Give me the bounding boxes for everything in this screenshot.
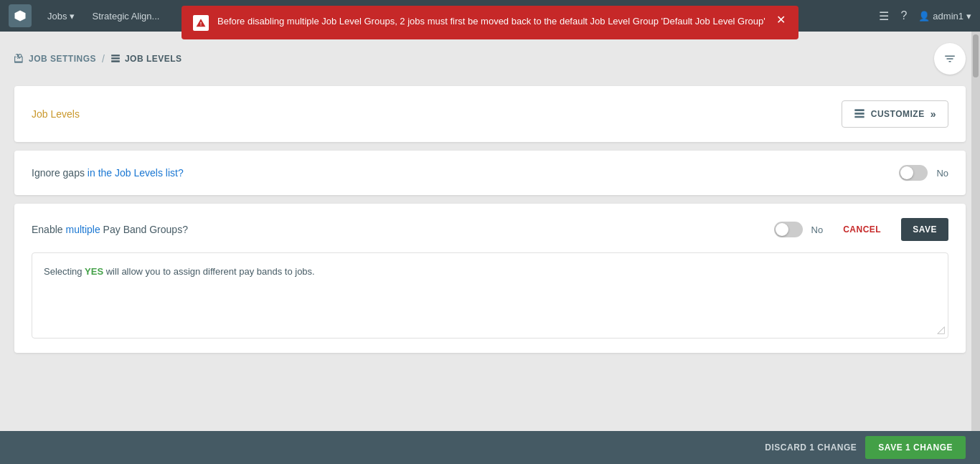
jobs-chevron-icon: ▾	[70, 11, 75, 22]
alert-banner: Before disabling multiple Job Level Grou…	[182, 6, 798, 39]
customize-button[interactable]: CUSTOMIZE »	[842, 100, 948, 128]
job-levels-label: Job Levels	[32, 108, 842, 120]
svg-marker-0	[15, 11, 26, 22]
chevron-double-icon: »	[930, 108, 936, 120]
pay-band-toggle-label: No	[811, 224, 824, 235]
user-icon: 👤	[918, 11, 930, 22]
bottom-bar: DISCARD 1 CHANGE SAVE 1 CHANGE	[0, 431, 980, 464]
nav-strategic-align-label: Strategic Align...	[92, 11, 159, 22]
breadcrumb-parent-label: JOB SETTINGS	[29, 54, 96, 64]
ignore-gaps-label: Ignore gaps in the Job Levels list?	[32, 167, 899, 179]
ignore-gaps-toggle-knob	[900, 166, 913, 179]
breadcrumb-row: JOB SETTINGS / JOB LEVELS	[0, 32, 980, 86]
pay-band-label: Enable multiple Pay Band Groups?	[32, 224, 763, 235]
job-levels-card-row: Job Levels CUSTOMIZE »	[32, 100, 948, 128]
pay-band-highlight: multiple	[65, 224, 100, 235]
help-icon[interactable]: ?	[900, 9, 907, 22]
ignore-gaps-card-row: Ignore gaps in the Job Levels list? No	[32, 165, 948, 181]
customize-label: CUSTOMIZE	[871, 109, 925, 119]
filter-button[interactable]	[934, 43, 966, 75]
alert-warning-icon	[193, 15, 209, 31]
ignore-gaps-toggle-label: No	[936, 168, 948, 179]
breadcrumb-separator: /	[102, 53, 105, 65]
breadcrumb-parent[interactable]: JOB SETTINGS	[14, 54, 96, 64]
filter-icon	[943, 52, 956, 65]
job-settings-icon	[14, 54, 24, 64]
breadcrumb-current: JOB LEVELS	[110, 54, 182, 64]
nav-jobs-label: Jobs	[47, 11, 67, 22]
nav-strategic-align[interactable]: Strategic Align...	[83, 11, 168, 22]
cancel-button[interactable]: CANCEL	[834, 219, 890, 240]
ignore-gaps-card: Ignore gaps in the Job Levels list? No	[14, 151, 966, 195]
pay-band-toggle-container: No	[774, 222, 824, 237]
ignore-gaps-highlight: in the Job Levels list?	[88, 167, 184, 179]
pay-band-info-box: Selecting YES will allow you to assign d…	[32, 252, 948, 338]
pay-band-card: Enable multiple Pay Band Groups? No CANC…	[14, 204, 966, 353]
user-chevron-icon: ▾	[966, 11, 971, 22]
save-change-button[interactable]: SAVE 1 CHANGE	[865, 436, 966, 459]
nav-logo[interactable]	[9, 4, 32, 27]
save-button[interactable]: SAVE	[901, 218, 948, 241]
user-menu[interactable]: 👤 admin1 ▾	[918, 11, 971, 22]
discard-change-button[interactable]: DISCARD 1 CHANGE	[765, 442, 857, 453]
user-label: admin1	[933, 11, 963, 22]
resize-handle-icon: ◿	[937, 323, 945, 335]
customize-icon	[854, 108, 865, 120]
pay-band-toggle-knob	[776, 223, 788, 236]
nav-right: ☰ ? 👤 admin1 ▾	[879, 9, 971, 23]
job-levels-card: Job Levels CUSTOMIZE »	[14, 86, 966, 142]
job-levels-icon	[110, 54, 121, 64]
yes-highlight: YES	[85, 266, 103, 277]
scroll-thumb[interactable]	[973, 34, 979, 77]
alert-close-button[interactable]: ✕	[775, 14, 787, 26]
main-content: Job Levels CUSTOMIZE » Ignore gaps in th…	[0, 86, 980, 353]
ignore-gaps-toggle-container: No	[899, 165, 948, 181]
ignore-gaps-toggle[interactable]	[899, 165, 928, 181]
breadcrumb-current-label: JOB LEVELS	[125, 54, 182, 64]
alert-message: Before disabling multiple Job Level Grou…	[217, 14, 766, 29]
pay-band-info-text: Selecting YES will allow you to assign d…	[44, 265, 936, 279]
nav-jobs[interactable]: Jobs ▾	[39, 11, 83, 22]
scroll-track[interactable]	[971, 32, 980, 431]
pay-band-toggle[interactable]	[774, 222, 803, 237]
pay-band-header: Enable multiple Pay Band Groups? No CANC…	[32, 218, 948, 241]
menu-icon[interactable]: ☰	[879, 9, 889, 23]
